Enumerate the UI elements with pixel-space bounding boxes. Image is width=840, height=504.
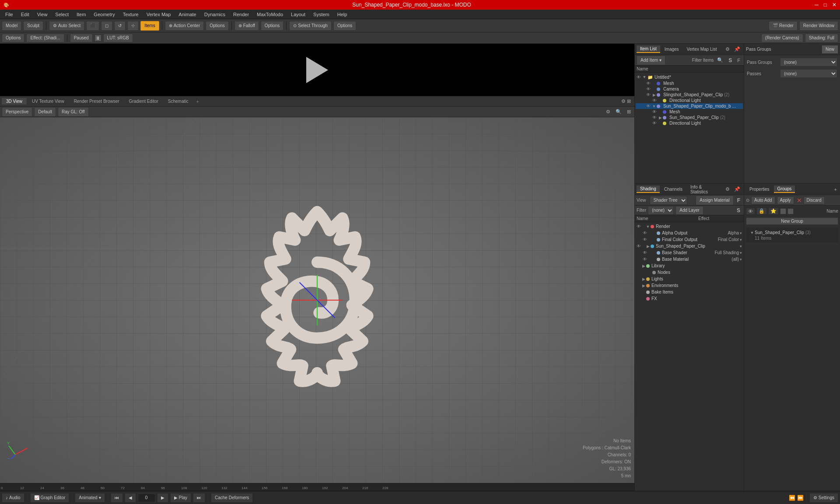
tab-item-list[interactable]: Item List (637, 46, 660, 53)
play-btn[interactable]: ▶ Play (170, 493, 191, 503)
eye-alpha[interactable]: 👁 (643, 231, 647, 235)
vp-search-icon[interactable]: 🔍 (614, 109, 623, 115)
tree-item-slingshot[interactable]: 👁 ▶ Slingshot_Shaped_Paper_Clip (2) (636, 92, 743, 98)
transform-btn-4[interactable]: ⊹ (127, 21, 139, 31)
tab-groups[interactable]: Groups (774, 186, 795, 193)
auto-select-btn[interactable]: ⚙ Auto Select (49, 21, 84, 31)
passes-select[interactable]: (none) (780, 69, 837, 78)
menu-select[interactable]: Select (52, 11, 72, 18)
pause-icon-btn[interactable]: ⏸ (94, 35, 102, 42)
discard-btn[interactable]: Discard (804, 196, 825, 204)
prev-key-btn[interactable]: ⏮ (111, 493, 123, 503)
menu-geometry[interactable]: Geometry (90, 11, 118, 18)
next-key-btn[interactable]: ⏭ (193, 493, 205, 503)
close-btn[interactable]: ✕ (832, 2, 836, 8)
perspective-btn[interactable]: Perspective (2, 107, 32, 117)
menu-animate[interactable]: Animate (175, 11, 200, 18)
menu-file[interactable]: File (2, 11, 17, 18)
shader-settings-icon[interactable]: ⚙ (724, 186, 732, 192)
sculpt-btn[interactable]: Sculpt (23, 21, 43, 31)
tab-schematic[interactable]: Schematic (164, 98, 193, 105)
eye-icon-mesh1[interactable]: 👁 (646, 81, 651, 86)
tab-properties[interactable]: Properties (746, 186, 773, 192)
tab-3d-view[interactable]: 3D View (2, 98, 27, 105)
shader-tree-select[interactable]: Shader Tree (650, 196, 687, 205)
tree-item-dirlight1[interactable]: 👁 Directional Light (636, 98, 743, 103)
groups-cb1[interactable] (780, 208, 786, 214)
groups-cb2[interactable] (788, 208, 794, 214)
menu-help[interactable]: Help (334, 11, 351, 18)
vp-gear-icon[interactable]: ⚙ (604, 109, 612, 115)
shader-bake[interactable]: Bake Items (636, 289, 743, 295)
tab-gradient[interactable]: Gradient Editor (125, 98, 163, 105)
shader-base-shader[interactable]: 👁 Base Shader Full Shading ▾ (636, 249, 743, 256)
tree-item-dirlight2[interactable]: 👁 Directional Light (636, 120, 743, 126)
tree-item-mesh1[interactable]: 👁 Mesh (636, 80, 743, 86)
eye-icon-camera[interactable]: 👁 (646, 87, 651, 91)
shader-library[interactable]: ▶ Library (636, 262, 743, 269)
apply-btn[interactable]: Apply (777, 196, 794, 204)
menu-maxtomodo[interactable]: MaxToModo (253, 11, 287, 18)
shader-env[interactable]: ▶ Environments (636, 282, 743, 289)
status-icon-2[interactable]: ⏩ (797, 495, 804, 501)
eye-icon-untitled[interactable]: 👁 (637, 75, 641, 80)
item-list-pin-icon[interactable]: 📌 (732, 46, 742, 52)
eye-sunmat[interactable]: 👁 (637, 244, 641, 248)
menu-texture[interactable]: Texture (119, 11, 142, 18)
prev-frame-btn[interactable]: ◀ (125, 493, 136, 503)
menu-system[interactable]: System (310, 11, 333, 18)
animated-btn[interactable]: Animated ▾ (75, 493, 105, 503)
shader-tree[interactable]: 👁 ▼ Render 👁 Alpha Output (635, 222, 744, 491)
item-list-settings-icon[interactable]: ⚙ (724, 46, 732, 52)
pass-groups-select[interactable]: (none) (780, 58, 837, 66)
shader-nodes[interactable]: Nodes (636, 269, 743, 276)
shader-fx[interactable]: FX (636, 295, 743, 302)
tab-info[interactable]: Info & Statistics (687, 184, 722, 195)
discard-x-icon[interactable]: ✕ (797, 197, 802, 204)
action-center-btn[interactable]: ⊕ Action Center (165, 21, 204, 31)
add-item-btn[interactable]: Add Item ▾ (637, 56, 665, 65)
pass-new-btn[interactable]: New (822, 45, 838, 54)
action-options-btn[interactable]: Options (206, 21, 228, 31)
frame-input[interactable] (138, 494, 155, 502)
menu-layout[interactable]: Layout (287, 11, 309, 18)
falloff-options-btn[interactable]: Options (261, 21, 284, 31)
filter-search-icon[interactable]: 🔍 (715, 57, 725, 63)
shader-pin-icon[interactable]: 📌 (732, 186, 742, 192)
render-btn[interactable]: 🎬 Render (769, 21, 798, 31)
shader-sun-mat[interactable]: 👁 ▶ Sun_Shaped_Paper_Clip ▾ (636, 243, 743, 249)
menu-view[interactable]: View (34, 11, 51, 18)
groups-lock-icon[interactable]: 🔒 (756, 207, 767, 215)
viewport-maximize-icon[interactable]: ⊞ (627, 98, 631, 104)
model-btn[interactable]: Model (2, 21, 21, 31)
tree-item-untitled[interactable]: 👁 ▼ 📁 Untitled* (636, 74, 743, 80)
menu-vertexmap[interactable]: Vertex Map (143, 11, 175, 18)
eye-icon-slingshot[interactable]: 👁 (646, 92, 651, 97)
item-tree[interactable]: 👁 ▼ 📁 Untitled* 👁 Mesh 👁 (635, 73, 744, 183)
shader-alpha-out[interactable]: 👁 Alpha Output Alpha ▾ (636, 230, 743, 236)
audio-btn[interactable]: ♪ Audio (2, 493, 24, 503)
eye-icon-sungroup[interactable]: 👁 (646, 104, 651, 108)
status-icon-1[interactable]: ⏪ (789, 495, 795, 501)
cache-deformers-btn[interactable]: Cache Deformers (211, 493, 253, 503)
shader-base-mat[interactable]: 👁 Base Material (all) ▾ (636, 256, 743, 262)
transform-btn-2[interactable]: ◻ (101, 21, 112, 31)
assign-material-btn[interactable]: Assign Material (696, 196, 733, 205)
tab-add[interactable]: + (194, 98, 202, 105)
falloff-btn[interactable]: ⊛ Falloff (234, 21, 259, 31)
eye-bmat[interactable]: 👁 (643, 257, 647, 262)
eye-icon-mesh2[interactable]: 👁 (652, 109, 657, 114)
settings-btn[interactable]: ⚙ Settings (809, 493, 838, 503)
shader-fc-out[interactable]: 👁 Final Color Output Final Color ▾ (636, 236, 743, 243)
tab-render-preset[interactable]: Render Preset Browser (70, 98, 124, 105)
groups-add-icon[interactable]: + (833, 187, 838, 192)
graph-editor-btn[interactable]: 📈 Graph Editor (30, 493, 70, 503)
tree-item-sungroup[interactable]: 👁 ▼ Sun_Shaped_Paper_Clip_modo_b ... (636, 103, 743, 109)
eye-render[interactable]: 👁 (637, 224, 641, 229)
group-sun-row[interactable]: ▼ Sun_Shaped_Paper_Clip (3) (748, 229, 836, 236)
shader-render[interactable]: 👁 ▼ Render (636, 223, 743, 230)
tab-shading[interactable]: Shading (637, 186, 660, 193)
paused-btn[interactable]: Paused (70, 34, 93, 42)
tree-item-camera[interactable]: 👁 Camera (636, 86, 743, 92)
shader-lights[interactable]: ▶ Lights (636, 276, 743, 282)
